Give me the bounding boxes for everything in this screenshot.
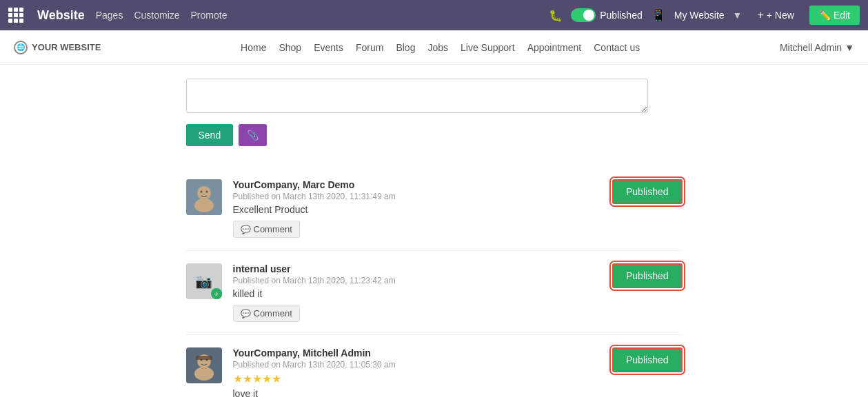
review-text: love it	[233, 388, 683, 399]
bug-icon[interactable]: 🐛	[549, 9, 563, 22]
attach-button[interactable]: 📎	[239, 124, 267, 146]
customize-link[interactable]: Customize	[134, 10, 179, 21]
published-box: Published	[612, 263, 683, 288]
website-nav-links: Home Shop Events Forum Blog Jobs Live Su…	[114, 42, 765, 53]
review-text: killed it	[233, 288, 683, 299]
camera-icon: 📷	[195, 273, 212, 290]
my-website-button[interactable]: My Website	[674, 10, 725, 21]
nav-shop[interactable]: Shop	[279, 42, 301, 53]
comment-textarea-wrap	[186, 79, 683, 113]
nav-live-support[interactable]: Live Support	[461, 42, 515, 53]
new-button[interactable]: + New	[750, 6, 800, 24]
svg-point-7	[194, 367, 214, 381]
chevron-down-icon: ▼	[845, 42, 854, 53]
plus-icon: +	[211, 288, 222, 299]
table-row: 📷 + internal user Published on March 13t…	[186, 250, 683, 334]
nav-contact[interactable]: Contact us	[594, 42, 640, 53]
comment-button[interactable]: 💬 Comment	[233, 305, 300, 322]
website-logo: 🌐 YOUR WEBSITE	[14, 41, 101, 54]
star-rating: ★★★★★	[233, 372, 683, 385]
svg-point-2	[194, 199, 214, 212]
nav-jobs[interactable]: Jobs	[427, 42, 448, 53]
globe-icon: 🌐	[14, 41, 28, 54]
published-button[interactable]: Published	[612, 347, 683, 372]
comment-button[interactable]: 💬 Comment	[233, 221, 300, 238]
svg-point-3	[200, 191, 202, 193]
nav-home[interactable]: Home	[241, 42, 266, 53]
user-menu[interactable]: Mitchell Admin ▼	[780, 42, 854, 53]
reviews-section: YourCompany, Marc Demo Published on Marc…	[186, 167, 683, 404]
published-box: Published	[612, 347, 683, 372]
comment-icon: 💬	[241, 309, 251, 319]
pencil-icon: ✏️	[819, 10, 831, 21]
grid-menu-icon[interactable]	[8, 8, 23, 23]
svg-point-1	[197, 186, 211, 200]
edit-button[interactable]: ✏️ Edit	[809, 6, 860, 25]
table-row: YourCompany, Mitchell Admin Published on…	[186, 334, 683, 404]
review-text: Excellent Product	[233, 204, 683, 215]
send-button[interactable]: Send	[186, 124, 234, 146]
avatar: 📷 +	[186, 263, 222, 299]
published-toggle[interactable]	[571, 8, 596, 22]
pages-link[interactable]: Pages	[96, 10, 123, 21]
comment-textarea[interactable]	[186, 79, 648, 113]
published-status-label: Published	[600, 10, 643, 21]
svg-rect-10	[196, 356, 212, 360]
nav-blog[interactable]: Blog	[396, 42, 415, 53]
comment-icon: 💬	[241, 225, 251, 234]
admin-logo: Website	[37, 8, 85, 23]
table-row: YourCompany, Marc Demo Published on Marc…	[186, 167, 683, 250]
published-box: Published	[612, 179, 683, 204]
published-button[interactable]: Published	[612, 179, 683, 204]
admin-bar: Website Pages Customize Promote 🐛 Publis…	[0, 0, 868, 30]
published-toggle-wrap: Published	[571, 8, 643, 22]
nav-events[interactable]: Events	[314, 42, 343, 53]
paperclip-icon: 📎	[247, 130, 259, 141]
avatar	[186, 347, 222, 383]
published-button[interactable]: Published	[612, 263, 683, 288]
svg-point-4	[205, 191, 208, 193]
mobile-preview-icon[interactable]: 📱	[651, 8, 666, 23]
avatar	[186, 179, 222, 215]
website-nav: 🌐 YOUR WEBSITE Home Shop Events Forum Bl…	[0, 30, 868, 65]
nav-appointment[interactable]: Appointment	[527, 42, 582, 53]
nav-forum[interactable]: Forum	[356, 42, 383, 53]
action-buttons: Send 📎	[186, 124, 683, 146]
main-content: Send 📎 Yo	[0, 65, 868, 404]
promote-link[interactable]: Promote	[191, 10, 228, 21]
